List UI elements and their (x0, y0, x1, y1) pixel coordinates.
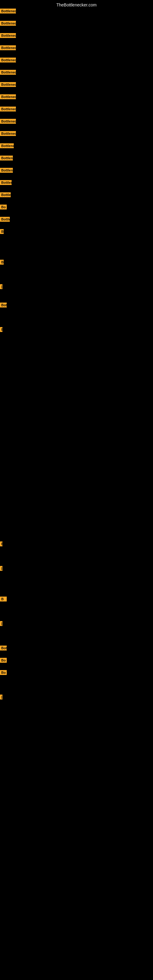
bar-label: B (0, 541, 2, 546)
bar-item: Bottleneck r (0, 168, 13, 173)
bar-item: Bo (0, 670, 7, 675)
bar-label: Bottleneck resu (0, 57, 16, 62)
bar-label: | (0, 566, 2, 571)
bar-label: Bottleneck re (0, 143, 14, 148)
bar-item: Bottleneck resu (0, 94, 16, 99)
bar-label: Bottleneck resu (0, 45, 16, 50)
bar-item: Bottle (0, 217, 10, 222)
bar-item: B (0, 260, 4, 265)
bar-label: Bott (0, 302, 7, 307)
bar-item: Bott (0, 302, 7, 307)
bar-label: Bottlenec (0, 192, 11, 197)
bar-item: | (0, 284, 2, 289)
bar-item: B (0, 327, 2, 332)
bar-item: Bottleneck resu (0, 107, 16, 111)
bar-label: Bott (0, 646, 7, 651)
bar-item: Bottleneck resu (0, 21, 16, 26)
bar-item: Bottleneck r (0, 180, 12, 185)
bar-label: Bottle (0, 217, 10, 222)
bar-item: Bott (0, 646, 7, 651)
bar-label: Bottleneck resu (0, 82, 16, 87)
bar-item: | (0, 566, 2, 571)
bar-label: Bottleneck resu (0, 21, 16, 26)
bar-label: Bo (0, 205, 7, 210)
bar-label: Bottleneck resu (0, 119, 16, 124)
bar-item: Bo (0, 205, 7, 210)
bar-item: Bottlenec (0, 192, 11, 197)
bar-item: Bottleneck resu (0, 33, 16, 38)
bar-label: Bottleneck r (0, 180, 12, 185)
bar-item: Bottleneck resu (0, 70, 16, 75)
bar-label: Bottleneck resu (0, 107, 16, 111)
bar-label: Bottleneck resu (0, 70, 16, 75)
bar-item: B (0, 597, 7, 601)
bar-item: | (0, 695, 2, 700)
bar-label: Bottleneck resu (0, 131, 16, 136)
bar-item: Bottleneck resu (0, 9, 16, 13)
bar-item: Bottleneck resu (0, 45, 16, 50)
bar-item: Bottleneck resu (0, 131, 16, 136)
bar-item: Bo (0, 658, 7, 663)
bar-label: B (0, 229, 4, 234)
bar-item: B (0, 541, 2, 546)
bar-item: Bottleneck resu (0, 57, 16, 62)
bar-item: B (0, 229, 4, 234)
bar-label: Bottleneck r (0, 168, 13, 173)
bar-label: | (0, 695, 2, 700)
bar-label: B (0, 597, 7, 601)
bar-label: | (0, 621, 2, 626)
bar-item: Bottleneck resu (0, 119, 16, 124)
bar-item: | (0, 621, 2, 626)
bar-label: Bottleneck resu (0, 33, 16, 38)
bar-label: | (0, 284, 2, 289)
bar-label: B (0, 260, 4, 265)
bar-label: Bo (0, 670, 7, 675)
bar-item: Bottleneck r (0, 156, 13, 161)
bar-label: B (0, 327, 2, 332)
bar-item: Bottleneck re (0, 143, 14, 148)
bar-item: Bottleneck resu (0, 82, 16, 87)
bar-label: Bottleneck resu (0, 94, 16, 99)
bar-label: Bo (0, 658, 7, 663)
site-title: TheBottlenecker.com (0, 0, 153, 9)
bar-label: Bottleneck resu (0, 9, 16, 13)
bar-label: Bottleneck r (0, 156, 13, 161)
